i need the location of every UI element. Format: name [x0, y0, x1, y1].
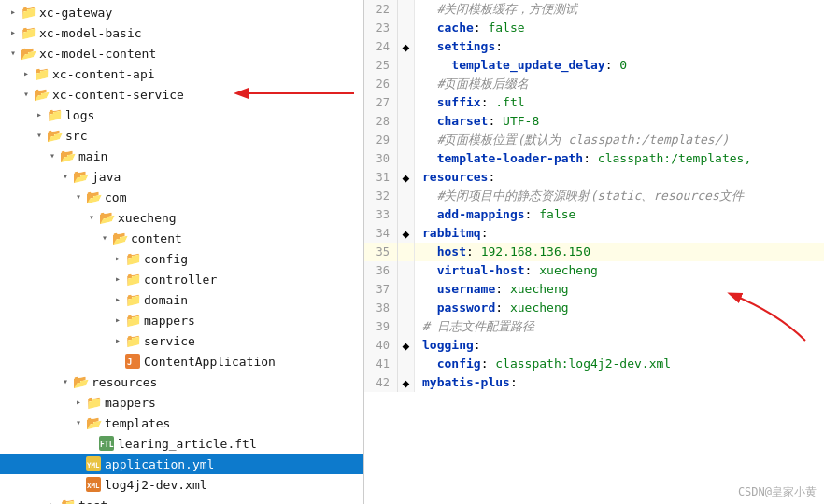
line-number: 30 — [364, 149, 398, 168]
tree-label: xc-gateway — [39, 6, 112, 20]
folder-icon: 📁 — [86, 396, 101, 409]
tree-label: content — [131, 231, 182, 245]
folder-icon: 📂 — [47, 129, 62, 142]
line-content: host: 192.168.136.150 — [415, 243, 824, 261]
tree-item-templates[interactable]: 📂 templates — [0, 413, 363, 433]
code-line-35: 35 host: 192.168.136.150 — [364, 243, 824, 261]
line-number: 26 — [364, 75, 398, 93]
tree-item-xc-model-basic[interactable]: 📁 xc-model-basic — [0, 22, 363, 43]
line-number: 27 — [364, 93, 398, 112]
line-gutter — [398, 355, 415, 373]
arrow-icon — [7, 48, 19, 59]
line-content: add-mappings: false — [415, 205, 824, 224]
tree-item-config[interactable]: 📁 config — [0, 248, 363, 269]
tree-item-learing-article[interactable]: FTL learing_article.ftl — [0, 433, 363, 454]
line-content: virtual-host: xuecheng — [415, 261, 824, 280]
line-number: 37 — [364, 280, 398, 299]
tree-label: application.yml — [105, 457, 214, 471]
folder-icon: 📂 — [73, 375, 88, 388]
tree-item-com[interactable]: 📂 com — [0, 187, 363, 207]
tree-item-xc-gateway[interactable]: 📁 xc-gateway — [0, 2, 363, 22]
tree-label: java — [92, 170, 121, 184]
folder-icon: 📁 — [21, 26, 36, 39]
code-line-28: 28 charset: UTF-8 — [364, 112, 824, 131]
folder-icon: 📂 — [34, 88, 49, 101]
arrow-icon — [112, 253, 123, 264]
line-gutter: ◆ — [398, 336, 415, 355]
line-gutter — [398, 0, 415, 19]
line-number: 23 — [364, 19, 398, 37]
arrow-icon — [112, 315, 123, 326]
line-gutter — [398, 149, 415, 168]
arrow-icon — [7, 27, 19, 38]
tree-label: domain — [144, 293, 188, 307]
tree-item-content[interactable]: 📂 content — [0, 228, 363, 248]
tree-item-logs[interactable]: 📁 logs — [0, 105, 363, 125]
tree-item-domain[interactable]: 📁 domain — [0, 289, 363, 310]
tree-item-mappers[interactable]: 📁 mappers — [0, 310, 363, 330]
tree-item-test[interactable]: 📁 test — [0, 495, 363, 504]
line-gutter — [398, 243, 415, 261]
tree-label: config — [144, 252, 188, 266]
tree-label: xuecheng — [118, 211, 177, 225]
code-line-41: 41 config: classpath:log4j2-dev.xml — [364, 355, 824, 373]
arrow-icon — [21, 89, 32, 100]
arrow-icon — [34, 109, 45, 120]
line-gutter: ◆ — [398, 224, 415, 243]
line-gutter — [398, 131, 415, 149]
code-line-37: 37 username: xuecheng — [364, 280, 824, 299]
code-line-22: 22 #关闭模板缓存，方便测试 — [364, 0, 824, 19]
tree-item-xc-content-service[interactable]: 📂 xc-content-service — [0, 84, 363, 105]
line-content: settings: — [415, 37, 824, 56]
tree-item-ContentApplication[interactable]: J ContentApplication — [0, 351, 363, 371]
code-line-33: 33 add-mappings: false — [364, 205, 824, 224]
line-number: 24 — [364, 37, 398, 56]
tree-item-main[interactable]: 📂 main — [0, 146, 363, 166]
line-content: logging: — [415, 336, 824, 355]
tree-item-xc-model-content[interactable]: 📂 xc-model-content — [0, 43, 363, 63]
tree-item-java[interactable]: 📂 java — [0, 166, 363, 187]
tree-item-mappers2[interactable]: 📁 mappers — [0, 392, 363, 413]
folder-icon: 📁 — [125, 273, 140, 286]
line-gutter — [398, 261, 415, 280]
tree-label: templates — [105, 416, 170, 430]
line-gutter — [398, 187, 415, 205]
line-gutter — [398, 112, 415, 131]
line-number: 35 — [364, 243, 398, 261]
tree-item-xuecheng[interactable]: 📂 xuecheng — [0, 207, 363, 228]
line-content: password: xuecheng — [415, 299, 824, 317]
tree-item-src[interactable]: 📂 src — [0, 125, 363, 146]
annotation-arrow — [233, 82, 363, 105]
line-gutter — [398, 299, 415, 317]
tree-item-service[interactable]: 📁 service — [0, 330, 363, 351]
line-content: #页面模板后缀名 — [415, 75, 824, 93]
folder-icon: 📁 — [125, 252, 140, 265]
folder-icon: 📁 — [125, 334, 140, 347]
folder-icon: 📁 — [34, 67, 49, 80]
arrow-icon — [73, 417, 84, 428]
line-content: #关闭模板缓存，方便测试 — [415, 0, 824, 19]
line-content: rabbitmq: — [415, 224, 824, 243]
tree-item-controller[interactable]: 📁 controller — [0, 269, 363, 289]
folder-icon: 📂 — [86, 416, 101, 429]
tree-item-log4j2-dev[interactable]: XML log4j2-dev.xml — [0, 474, 363, 495]
folder-icon: 📂 — [86, 190, 101, 203]
line-gutter — [398, 19, 415, 37]
tree-label: service — [144, 334, 195, 348]
arrow-icon — [47, 150, 58, 161]
xml-file-icon: XML — [86, 478, 101, 491]
line-content: suffix: .ftl — [415, 93, 824, 112]
tree-item-resources[interactable]: 📂 resources — [0, 371, 363, 392]
file-tree: 📁 xc-gateway 📁 xc-model-basic 📂 xc-model… — [0, 0, 364, 504]
tree-label: mappers — [105, 396, 156, 410]
tree-item-application-yml[interactable]: YML application.yml — [0, 454, 363, 474]
line-gutter — [398, 93, 415, 112]
arrow-icon — [7, 7, 19, 18]
svg-text:J: J — [127, 357, 132, 367]
folder-icon: 📁 — [125, 314, 140, 327]
tree-item-xc-content-api[interactable]: 📁 xc-content-api — [0, 63, 363, 84]
arrow-icon — [60, 171, 71, 182]
arrow-icon — [73, 191, 84, 203]
ftl-file-icon: FTL — [99, 437, 114, 450]
line-content: #页面模板位置(默认为 classpath:/templates/) — [415, 131, 824, 149]
